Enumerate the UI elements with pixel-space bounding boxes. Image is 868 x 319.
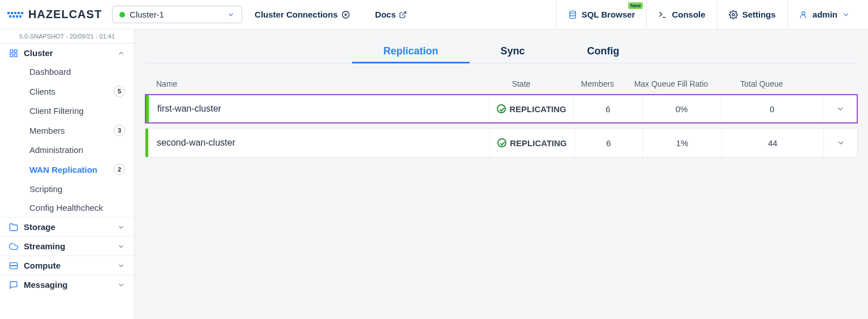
sidebar-item-dashboard[interactable]: Dashboard xyxy=(29,62,134,81)
settings-button[interactable]: Settings xyxy=(717,0,787,29)
sidebar-item-wan-replication[interactable]: WAN Replication 2 xyxy=(29,159,134,180)
database-icon xyxy=(568,10,577,19)
col-expand xyxy=(813,79,846,88)
col-totalq: Total Queue xyxy=(711,79,813,88)
sidebar: 5.0-SNAPSHOT - 20/09/21 - 01:41 Cluster … xyxy=(0,29,135,319)
sidebar-item-label: Config Healthcheck xyxy=(29,203,103,212)
svg-rect-13 xyxy=(10,266,17,269)
main-content: Replication Sync Config Name State Membe… xyxy=(135,29,868,319)
sidebar-item-client-filtering[interactable]: Client Filtering xyxy=(29,101,134,120)
tab-sync[interactable]: Sync xyxy=(470,40,556,63)
row-expand-button[interactable] xyxy=(823,129,857,157)
nav-cluster-subitems: Dashboard Clients 5 Client Filtering Mem… xyxy=(0,62,134,217)
row-name: first-wan-cluster xyxy=(146,104,489,114)
table-header: Name State Members Max Queue Fill Ratio … xyxy=(145,74,858,94)
brand-logo: HAZELCAST xyxy=(7,6,102,23)
check-circle-icon xyxy=(497,138,506,147)
col-maxq: Max Queue Fill Ratio xyxy=(631,79,711,88)
tab-replication[interactable]: Replication xyxy=(352,40,469,63)
svg-point-4 xyxy=(569,11,575,13)
row-totalq: 0 xyxy=(721,95,823,122)
sidebar-item-administration[interactable]: Administration xyxy=(29,141,134,159)
user-label: admin xyxy=(813,10,837,19)
chevron-down-icon xyxy=(117,223,125,231)
sidebar-item-label: Scripting xyxy=(29,184,62,194)
nav-label: Compute xyxy=(24,261,111,270)
sidebar-item-label: Client Filtering xyxy=(29,106,84,116)
sidebar-item-label: Members xyxy=(29,126,65,135)
tabs: Replication Sync Config xyxy=(145,40,858,63)
state-label: REPLICATING xyxy=(510,138,567,148)
chevron-up-icon xyxy=(117,49,125,57)
terminal-icon xyxy=(658,10,667,19)
sidebar-item-members[interactable]: Members 3 xyxy=(29,120,134,141)
svg-rect-9 xyxy=(14,50,17,53)
chevron-down-icon xyxy=(117,281,125,289)
count-badge: 3 xyxy=(114,125,125,136)
user-icon xyxy=(799,10,808,19)
hazelcast-icon xyxy=(7,6,24,23)
svg-rect-8 xyxy=(10,50,13,53)
sidebar-item-clients[interactable]: Clients 5 xyxy=(29,81,134,101)
brand-text: HAZELCAST xyxy=(28,8,102,21)
user-menu[interactable]: admin xyxy=(787,0,861,29)
nav-label: Storage xyxy=(24,222,111,232)
tab-config[interactable]: Config xyxy=(556,40,651,63)
nav-storage[interactable]: Storage xyxy=(0,217,134,236)
link-label: Cluster Connections xyxy=(255,10,338,19)
gear-icon xyxy=(729,10,738,19)
sidebar-item-label: Clients xyxy=(29,87,55,96)
col-state: State xyxy=(479,79,564,88)
chevron-down-icon xyxy=(117,243,125,250)
header-bar: HAZELCAST Cluster-1 Cluster Connections … xyxy=(0,0,868,29)
cluster-connections-link[interactable]: Cluster Connections xyxy=(242,10,363,19)
count-badge: 2 xyxy=(114,164,125,175)
table-row[interactable]: first-wan-cluster REPLICATING 6 0% 0 xyxy=(145,94,858,124)
button-label: Console xyxy=(672,10,705,19)
sidebar-item-scripting[interactable]: Scripting xyxy=(29,180,134,198)
count-badge: 5 xyxy=(114,86,125,97)
console-button[interactable]: Console xyxy=(646,0,716,29)
chevron-down-icon xyxy=(836,104,845,113)
sidebar-item-label: Administration xyxy=(29,145,83,155)
chevron-down-icon xyxy=(842,11,850,19)
sql-browser-button[interactable]: SQL Browser New xyxy=(556,0,647,29)
nav-label: Streaming xyxy=(24,241,111,251)
svg-point-7 xyxy=(802,11,805,14)
nav-compute[interactable]: Compute xyxy=(0,256,134,275)
chevron-down-icon xyxy=(836,138,845,147)
nav-label: Cluster xyxy=(24,48,111,58)
check-circle-icon xyxy=(497,104,506,113)
svg-point-6 xyxy=(732,14,734,16)
server-icon xyxy=(9,261,18,270)
message-icon xyxy=(9,280,18,290)
tab-label: Config xyxy=(587,45,620,57)
row-expand-button[interactable] xyxy=(823,95,857,122)
docs-link[interactable]: Docs xyxy=(363,10,420,19)
version-text: 5.0-SNAPSHOT - 20/09/21 - 01:41 xyxy=(0,29,134,44)
col-members: Members xyxy=(564,79,631,88)
folder-icon xyxy=(9,223,18,232)
nav-messaging[interactable]: Messaging xyxy=(0,275,134,294)
new-badge: New xyxy=(628,2,643,9)
row-state: REPLICATING xyxy=(489,95,574,122)
state-label: REPLICATING xyxy=(509,104,566,114)
nav-streaming[interactable]: Streaming xyxy=(0,236,134,256)
svg-line-3 xyxy=(402,11,406,15)
svg-rect-10 xyxy=(10,54,13,57)
row-members: 6 xyxy=(574,129,642,157)
button-label: SQL Browser xyxy=(582,10,635,19)
button-label: Settings xyxy=(742,10,776,19)
table-row[interactable]: second-wan-cluster REPLICATING 6 1% 44 xyxy=(145,128,858,158)
grid-icon xyxy=(9,49,18,58)
chevron-down-icon xyxy=(117,262,125,270)
nav-cluster[interactable]: Cluster xyxy=(0,44,134,62)
svg-rect-12 xyxy=(10,262,17,265)
tab-label: Sync xyxy=(501,45,525,57)
row-totalq: 44 xyxy=(721,129,823,157)
link-label: Docs xyxy=(375,10,396,19)
sidebar-item-config-healthcheck[interactable]: Config Healthcheck xyxy=(29,198,134,217)
tab-label: Replication xyxy=(383,45,438,57)
cluster-selector[interactable]: Cluster-1 xyxy=(112,6,242,23)
row-name: second-wan-cluster xyxy=(145,138,489,148)
